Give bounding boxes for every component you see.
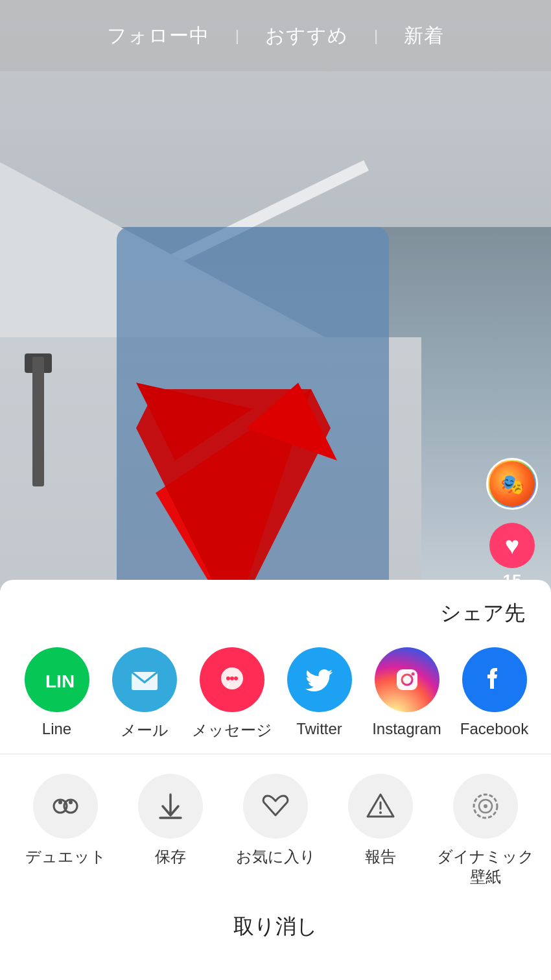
facebook-icon <box>462 647 527 712</box>
favorite-label: お気に入り <box>236 846 316 866</box>
message-icon <box>200 647 264 712</box>
report-icon <box>348 774 413 839</box>
instagram-label: Instagram <box>372 720 441 738</box>
svg-point-15 <box>58 800 62 804</box>
creator-avatar[interactable]: 🎭 <box>486 458 538 510</box>
svg-point-19 <box>379 811 382 814</box>
share-row: LINE Line メール <box>0 641 551 754</box>
heart-icon: ♥ <box>489 523 535 568</box>
svg-point-12 <box>411 672 414 675</box>
action-save[interactable]: 保存 <box>118 774 223 866</box>
action-favorite[interactable]: お気に入り <box>223 774 328 866</box>
share-mail[interactable]: メール <box>100 647 188 741</box>
nav-recommended[interactable]: おすすめ <box>265 23 348 49</box>
dynamic-label: ダイナミック壁紙 <box>437 846 534 887</box>
dynamic-icon <box>453 774 518 839</box>
svg-point-16 <box>69 800 73 804</box>
mail-label: メール <box>121 720 169 741</box>
twitter-label: Twitter <box>296 720 342 738</box>
share-instagram[interactable]: Instagram <box>363 647 451 738</box>
save-label: 保存 <box>155 846 186 866</box>
nav-divider-2: | <box>374 27 378 45</box>
nav-new[interactable]: 新着 <box>404 23 444 49</box>
share-twitter[interactable]: Twitter <box>276 647 363 738</box>
share-facebook[interactable]: Facebook <box>451 647 538 738</box>
share-message[interactable]: メッセージ <box>188 647 276 741</box>
action-report[interactable]: 報告 <box>328 774 433 866</box>
duet-icon <box>33 774 98 839</box>
favorite-icon <box>243 774 308 839</box>
nav-divider-1: | <box>235 27 239 45</box>
svg-text:LINE: LINE <box>45 671 74 691</box>
instagram-icon <box>375 647 440 712</box>
mail-icon <box>112 647 177 712</box>
action-buttons: 🎭 ♥ 15 <box>486 458 538 591</box>
facebook-label: Facebook <box>460 720 528 738</box>
action-dynamic[interactable]: ダイナミック壁紙 <box>433 774 538 887</box>
action-duet[interactable]: デュエット <box>13 774 118 866</box>
line-label: Line <box>42 720 71 738</box>
line-icon: LINE <box>25 647 89 712</box>
message-label: メッセージ <box>192 720 272 741</box>
share-line[interactable]: LINE Line <box>13 647 100 738</box>
nav-following[interactable]: フォロー中 <box>107 23 209 49</box>
svg-point-9 <box>234 676 238 680</box>
svg-rect-10 <box>397 669 417 690</box>
action-row: デュエット 保存 お気に入り <box>0 754 551 893</box>
sheet-title: シェア先 <box>0 580 551 641</box>
duet-label: デュエット <box>25 846 106 866</box>
avatar-inner: 🎭 <box>489 461 535 507</box>
svg-point-8 <box>230 676 234 680</box>
bottom-sheet: シェア先 LINE Line メール <box>0 580 551 980</box>
cancel-button[interactable]: 取り消し <box>0 900 551 954</box>
pipe <box>32 357 44 486</box>
twitter-icon <box>287 647 352 712</box>
svg-point-22 <box>484 804 487 808</box>
top-navigation: フォロー中 | おすすめ | 新着 <box>0 0 551 71</box>
report-label: 報告 <box>365 846 396 866</box>
svg-point-7 <box>226 676 230 680</box>
save-icon <box>138 774 203 839</box>
